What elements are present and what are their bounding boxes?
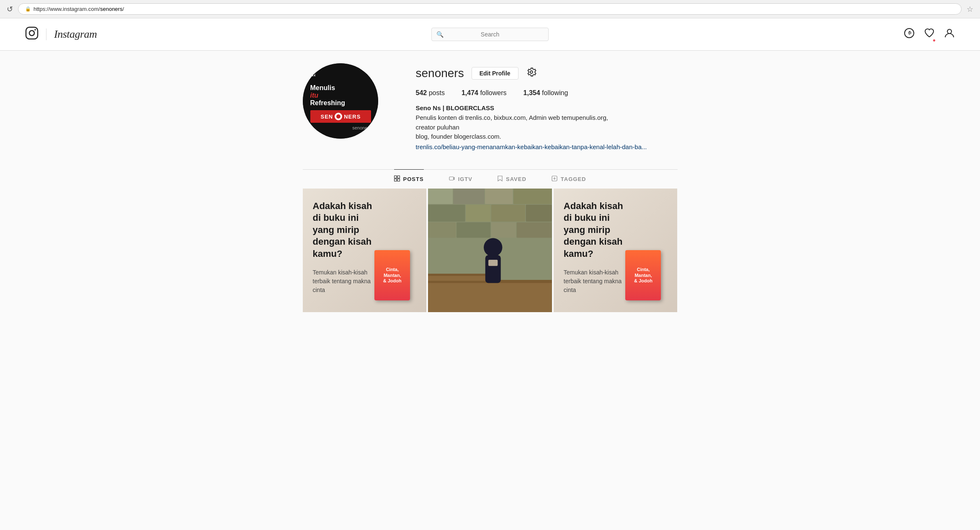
svg-rect-7 [394,176,397,178]
following-stat[interactable]: 1,354 following [524,89,568,97]
brand-text-right: NERS [344,114,361,120]
svg-rect-8 [397,176,400,178]
post-headline-3: Adakah kisah di buku ini yang mirip deng… [564,200,626,260]
avatar-line2: itu [310,92,378,99]
heart-icon[interactable] [924,28,935,41]
profile-full-name: Seno Ns | BLOGERCLASS [416,104,678,111]
svg-rect-21 [526,204,552,222]
svg-rect-24 [491,222,516,238]
instagram-camera-icon [25,26,39,43]
profile-stats: 542 posts 1,474 followers 1,354 followin… [416,89,678,97]
followers-stat[interactable]: 1,474 followers [462,89,507,97]
post-book-right-3: Cinta,Mantan,& Jodoh [625,200,667,301]
following-count: 1,354 [524,89,540,96]
post-sub-3: Temukan kisah-kisah terbaik tentang makn… [564,268,626,295]
post-photo-bg [428,189,552,313]
posts-count: 542 [416,89,427,96]
url-text: https://www.instagram.com/senoners/ [34,6,124,12]
brand-text-left: SEN [320,114,333,120]
avatar-quote-mark: “ [312,72,316,82]
nav-icons [904,28,955,41]
logo-area: Instagram [25,26,97,43]
search-wrapper: 🔍 [431,28,549,41]
settings-gear-icon[interactable] [526,67,537,80]
svg-rect-18 [428,204,465,222]
avatar: “ Menulis itu Refreshing SEN NERS [303,63,378,139]
svg-rect-10 [397,179,400,181]
svg-rect-23 [456,222,490,238]
tagged-tab-label: TAGGED [561,176,586,182]
url-bar[interactable]: 🔒 https://www.instagram.com/senoners/ [18,3,962,15]
svg-rect-11 [449,177,454,180]
profile-bio: Penulis konten di trenlis.co, bixbux.com… [416,113,625,142]
tabs-container: POSTS IGTV SAVED [294,169,686,189]
profile-website-link[interactable]: trenlis.co/beliau-yang-menanamkan-kebaik… [416,143,647,150]
post-photo-item[interactable] [428,189,552,313]
igtv-tab-icon [449,176,455,183]
svg-rect-31 [485,255,501,283]
edit-profile-button[interactable]: Edit Profile [472,67,518,80]
posts-grid-container: Adakah kisah di buku ini yang mirip deng… [294,189,686,313]
instagram-wordmark: Instagram [54,28,97,41]
bookmark-star-icon[interactable]: ☆ [967,5,973,14]
main-content: “ Menulis itu Refreshing SEN NERS [0,51,980,530]
svg-rect-28 [428,275,490,280]
avatar-line1: Menulis [310,84,378,92]
tab-tagged[interactable]: TAGGED [552,169,586,189]
tab-igtv[interactable]: IGTV [449,169,472,189]
profile-row1: senoners Edit Profile [416,67,678,80]
posts-tab-label: POSTS [403,176,424,182]
compass-icon[interactable] [904,28,915,41]
saved-tab-icon [498,176,503,183]
svg-point-1 [29,31,34,36]
svg-rect-17 [513,189,552,204]
avatar-sub-text: senoners [310,125,378,130]
post-item-3[interactable]: Adakah kisah di buku ini yang mirip deng… [554,189,678,313]
svg-rect-0 [26,27,38,39]
svg-rect-26 [428,281,552,312]
svg-rect-25 [517,222,552,238]
search-icon: 🔍 [436,31,444,38]
tab-saved[interactable]: SAVED [498,169,526,189]
logo-divider [46,28,46,40]
posts-tab-icon [394,176,400,183]
book-cover-3: Cinta,Mantan,& Jodoh [625,250,661,300]
avatar-brand-bar: SEN NERS [310,110,371,123]
svg-rect-19 [466,204,490,222]
post-book-left-3: Adakah kisah di buku ini yang mirip deng… [564,200,626,301]
post-book-content-3: Adakah kisah di buku ini yang mirip deng… [554,189,678,313]
posts-grid: Adakah kisah di buku ini yang mirip deng… [303,189,678,313]
post-book-content: Adakah kisah di buku ini yang mirip deng… [303,189,427,313]
notification-badge [933,39,936,42]
reload-button[interactable]: ↺ [7,5,13,14]
svg-point-6 [947,29,952,34]
svg-rect-22 [428,222,456,238]
igtv-tab-label: IGTV [458,176,472,182]
svg-marker-4 [908,31,912,35]
svg-rect-29 [428,274,490,276]
post-headline-1: Adakah kisah di buku ini yang mirip deng… [313,200,375,260]
profile-info: senoners Edit Profile 542 posts [416,63,678,151]
avatar-area: “ Menulis itu Refreshing SEN NERS [303,63,378,139]
post-item[interactable]: Adakah kisah di buku ini yang mirip deng… [303,189,427,313]
post-sub-1: Temukan kisah-kisah terbaik tentang makn… [313,268,375,295]
profile-header: “ Menulis itu Refreshing SEN NERS [303,63,678,151]
bio-line1: Penulis konten di trenlis.co, bixbux.com… [416,114,608,131]
profile-username: senoners [416,67,464,80]
svg-point-30 [484,238,502,256]
bio-line2: blog, founder blogerclass.com. [416,133,501,140]
svg-rect-15 [454,189,485,204]
avatar-inner: “ Menulis itu Refreshing SEN NERS [303,63,378,139]
tagged-tab-icon [552,176,557,183]
posts-stat: 542 posts [416,89,445,97]
tab-posts[interactable]: POSTS [394,169,424,189]
search-input[interactable] [431,28,549,41]
following-label: following [542,89,568,96]
brand-icon-inner [336,114,340,119]
svg-rect-14 [428,189,453,204]
post-book-left: Adakah kisah di buku ini yang mirip deng… [313,200,375,301]
browser-bar: ↺ 🔒 https://www.instagram.com/senoners/ … [0,0,980,18]
profile-icon[interactable] [944,28,955,41]
saved-tab-label: SAVED [506,176,526,182]
profile-tabs: POSTS IGTV SAVED [303,169,678,189]
